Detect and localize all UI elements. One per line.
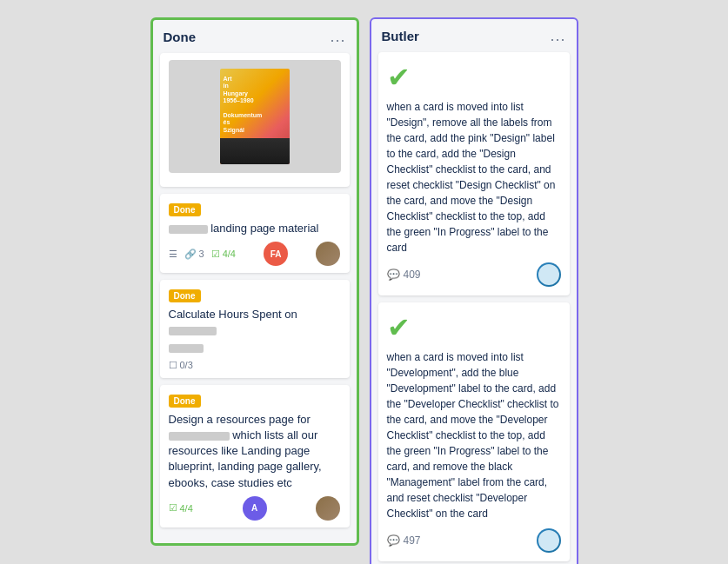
checklist-count-1: 4/4 (223, 249, 236, 259)
list-icon: ☰ (169, 249, 177, 260)
paperclip-icon: 🔗 (184, 249, 197, 260)
comment-count-1: 💬 409 (387, 269, 421, 281)
clip-count: 🔗 3 (184, 249, 204, 260)
butler-column-header: Butler ... (378, 28, 570, 43)
butler-avatar-2 (537, 528, 561, 553)
comment-number-2: 497 (404, 534, 421, 547)
butler-avatar-inner-2 (538, 530, 559, 551)
butler-card-1[interactable]: ✔ when a card is moved into list "Design… (378, 52, 570, 295)
column-done: Done ... ArtinHungary1956–1980Dokumentum… (150, 17, 359, 546)
butler-text-2: when a card is moved into list "Developm… (387, 349, 561, 521)
column-butler: Butler ... ✔ when a card is moved into l… (370, 17, 578, 564)
butler-footer-2: 💬 497 (387, 528, 561, 553)
redacted-block-3 (169, 344, 204, 353)
book-cover: ArtinHungary1956–1980DokumentumésSzignál (220, 69, 290, 164)
checklist-icon-3: ☑ (169, 502, 177, 514)
card-landing-text: landing page material (210, 222, 318, 235)
card-hours-title: Calculate Hours Spent on (169, 307, 341, 355)
done-label-2: Done (169, 289, 201, 302)
list-icon-symbol: ☰ (169, 249, 177, 260)
done-label-1: Done (169, 203, 201, 216)
butler-text-1: when a card is moved into list "Design",… (387, 99, 561, 255)
card-image-placeholder: ArtinHungary1956–1980DokumentumésSzignál (169, 60, 341, 173)
book-cover-inner: ArtinHungary1956–1980DokumentumésSzignál (220, 69, 290, 164)
avatar-initials-fa: FA (270, 249, 282, 259)
checklist-meta-2: ☐ 0/3 (169, 360, 193, 371)
avatar-img-1 (316, 242, 340, 266)
clip-number: 3 (199, 249, 204, 259)
checklist-meta-1: ☑ 4/4 (211, 249, 236, 260)
done-label-3: Done (169, 395, 201, 408)
card-landing-title: landing page material (169, 221, 341, 236)
card-image-item[interactable]: ArtinHungary1956–1980DokumentumésSzignál (160, 53, 350, 187)
checklist-icon-1: ☑ (211, 249, 220, 260)
done-column-menu[interactable]: ... (330, 29, 345, 44)
comment-number-1: 409 (404, 269, 421, 281)
checkmark-icon-1: ✔ (387, 61, 561, 94)
redacted-block-2 (169, 327, 217, 335)
book-text: ArtinHungary1956–1980DokumentumésSzignál (224, 76, 286, 134)
redacted-block-4 (169, 432, 230, 441)
butler-card-2[interactable]: ✔ when a card is moved into list "Develo… (378, 302, 570, 561)
checklist-count-2: 0/3 (180, 360, 193, 370)
avatar-photo-1 (316, 242, 340, 266)
checklist-count-3: 4/4 (180, 503, 193, 514)
comment-icon-1: 💬 (387, 269, 400, 281)
butler-avatar-inner-1 (538, 264, 559, 285)
checklist-meta-3: ☑ 4/4 (169, 502, 193, 514)
comment-count-2: 💬 497 (387, 534, 421, 547)
butler-footer-1: 💬 409 (387, 262, 561, 287)
book-stripe (220, 138, 290, 164)
card-landing-material[interactable]: Done landing page material ☰ 🔗 3 ☑ 4/4 (160, 194, 350, 273)
butler-avatar-1 (537, 262, 561, 287)
comment-icon-2: 💬 (387, 534, 400, 547)
butler-column-menu[interactable]: ... (550, 28, 565, 43)
butler-column-title: Butler (382, 29, 419, 43)
redacted-block-1 (169, 225, 208, 234)
checklist-icon-2: ☐ (169, 360, 177, 371)
card-hours-meta: ☐ 0/3 (169, 360, 341, 371)
card-design-text-1: Design a resources page for (169, 413, 311, 426)
card-design-resources[interactable]: Done Design a resources page for which l… (160, 385, 350, 528)
board-container: Done ... ArtinHungary1956–1980Dokumentum… (0, 0, 728, 564)
card-hours-text: Calculate Hours Spent on (169, 308, 297, 321)
done-column-header: Done ... (160, 29, 350, 44)
avatar-a: A (243, 496, 267, 521)
avatar-initials-a: A (251, 503, 257, 513)
card-design-meta: ☑ 4/4 A (169, 496, 341, 521)
card-calculate-hours[interactable]: Done Calculate Hours Spent on ☐ 0/3 (160, 280, 350, 378)
avatar-photo-2 (316, 496, 340, 521)
checkmark-icon-2: ✔ (387, 311, 561, 344)
card-design-title: Design a resources page for which lists … (169, 412, 341, 491)
card-landing-meta: ☰ 🔗 3 ☑ 4/4 FA (169, 242, 341, 266)
avatar-img-2 (316, 496, 340, 521)
done-column-title: Done (164, 30, 197, 44)
avatar-fa: FA (264, 242, 288, 266)
